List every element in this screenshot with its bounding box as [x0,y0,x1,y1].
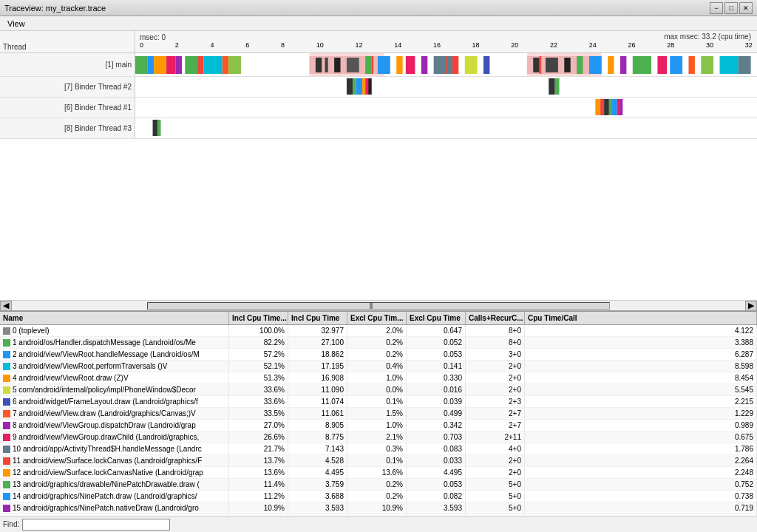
table-row[interactable]: 13 android/graphics/drawable/NinePatchDr… [0,479,757,491]
col-header-incl-cpu-pct[interactable]: Incl Cpu Time... [229,312,288,324]
cell-value: 0.330 [407,372,466,383]
thread-row-binder3: [8] Binder Thread #3 [0,118,757,139]
thread-timeline-main[interactable] [135,53,757,76]
svg-rect-10 [204,56,223,74]
table-row[interactable]: 15 android/graphics/NinePatch.nativeDraw… [0,502,757,514]
row-name-text: 7 android/view/View.draw (Landroid/graph… [13,409,196,417]
cell-value: 5.545 [525,384,757,395]
menu-view[interactable]: View [3,18,30,29]
thread-column-header: Thread [0,31,135,52]
row-color-indicator [3,505,10,512]
svg-rect-26 [483,56,489,74]
menubar: View [0,16,757,31]
maximize-button[interactable]: □ [724,2,738,14]
cell-value: 33.5% [229,408,288,419]
cell-value: 0.719 [525,502,757,514]
find-input[interactable] [22,519,170,531]
col-header-excl-cpu-pct[interactable]: Excl Cpu Tim... [347,312,407,324]
cell-value: 51.3% [229,372,288,383]
thread-name-binder3: [8] Binder Thread #3 [0,118,135,138]
svg-rect-36 [657,56,667,74]
cell-value: 0.082 [407,491,466,502]
col-header-cpu-per-call[interactable]: Cpu Time/Call [525,312,757,324]
table-row[interactable]: 12 android/view/Surface.lockCanvasNative… [0,467,757,479]
scrollbar-thumb[interactable] [370,303,373,309]
svg-rect-44 [540,56,542,74]
cell-value: 100.0% [229,325,288,336]
thread-label: Thread [3,43,27,51]
table-row[interactable]: 3 android/view/ViewRoot.performTraversal… [0,361,757,372]
table-row[interactable]: 14 android/graphics/NinePatch.draw (Land… [0,491,757,502]
col-header-name[interactable]: Name [0,312,229,324]
table-row[interactable]: 8 android/view/ViewGroup.dispatchDraw (L… [0,420,757,432]
cell-name: 9 android/view/ViewGroup.drawChild (Land… [0,432,229,443]
scroll-right-button[interactable]: ▶ [745,301,757,311]
table-body[interactable]: 0 (toplevel)100.0%32.9772.0%0.6478+04.12… [0,325,757,516]
scroll-left-button[interactable]: ◀ [0,301,12,311]
cell-value: 0.752 [525,479,757,490]
svg-rect-14 [316,58,322,72]
cell-value: 1.0% [347,372,407,383]
cell-value: 0.0% [347,384,407,395]
cell-value: 11.061 [288,408,347,419]
row-color-indicator [3,386,10,394]
cell-name: 6 android/widget/FrameLayout.draw (Landr… [0,396,229,407]
svg-rect-4 [148,56,154,74]
cell-name: 8 android/view/ViewGroup.dispatchDraw (L… [0,420,229,431]
cell-name: 4 android/view/ViewRoot.draw (Z)V [0,372,229,383]
cell-value: 8.905 [288,420,347,431]
cell-name: 0 (toplevel) [0,325,229,336]
thread-timeline-binder1[interactable] [135,98,757,117]
cell-name: 7 android/view/View.draw (Landroid/graph… [0,408,229,419]
svg-rect-57 [604,99,609,115]
table-row[interactable]: 4 android/view/ViewRoot.draw (Z)V51.3%16… [0,372,757,384]
thread-timeline-binder2[interactable] [135,77,757,97]
table-row[interactable]: 5 com/android/internal/policy/impl/Phone… [0,384,757,396]
minimize-button[interactable]: − [710,2,723,14]
close-button[interactable]: ✕ [739,2,753,14]
row-color-indicator [3,375,10,382]
svg-rect-17 [347,58,359,72]
cell-name: 10 android/app/ActivityThread$H.handleMe… [0,443,229,454]
svg-rect-40 [720,56,739,74]
table-row[interactable]: 11 android/view/Surface.lockCanvas (Land… [0,455,757,467]
col-header-incl-cpu-time[interactable]: Incl Cpu Time [288,312,347,324]
table-row[interactable]: 6 android/widget/FrameLayout.draw (Landr… [0,396,757,408]
svg-rect-41 [739,56,751,74]
svg-rect-54 [135,98,757,117]
scrollbar-track[interactable] [147,302,610,310]
cell-value: 2.0% [347,325,407,336]
cell-value: 5+0 [466,502,525,514]
svg-rect-33 [608,56,614,74]
svg-rect-9 [197,56,203,74]
thread-name-binder2: [7] Binder Thread #2 [0,77,135,97]
table-row[interactable]: 7 android/view/View.draw (Landroid/graph… [0,408,757,420]
table-row[interactable]: 2 android/view/ViewRoot.handleMessage (L… [0,349,757,361]
svg-rect-15 [325,58,328,72]
cell-value: 3+0 [466,349,525,360]
svg-rect-7 [176,56,182,74]
cell-value: 0.703 [407,432,466,443]
table-row[interactable]: 10 android/app/ActivityThread$H.handleMe… [0,443,757,455]
find-label: Find: [3,520,19,528]
svg-rect-47 [353,78,356,95]
col-header-calls[interactable]: Calls+RecurC... [466,312,525,324]
table-row[interactable]: 0 (toplevel)100.0%32.9772.0%0.6478+04.12… [0,325,757,337]
table-area: Name Incl Cpu Time... Incl Cpu Time Excl… [0,312,757,532]
col-header-excl-cpu-time[interactable]: Excl Cpu Time [407,312,466,324]
cell-value: 2.215 [525,396,757,407]
table-row[interactable]: 1 android/os/Handler.dispatchMessage (La… [0,337,757,349]
cell-value: 27.100 [288,337,347,348]
horizontal-scrollbar[interactable]: ◀ ▶ [0,300,757,310]
svg-rect-20 [396,56,402,74]
cell-value: 0.3% [347,443,407,454]
window-title: Traceview: my_tracker.trace [4,4,106,13]
cell-value: 2+0 [466,361,525,372]
cell-value: 0.2% [347,491,407,502]
row-name-text: 4 android/view/ViewRoot.draw (Z)V [13,374,129,382]
thread-timeline-binder3[interactable] [135,118,757,138]
cell-name: 14 android/graphics/NinePatch.draw (Land… [0,491,229,502]
svg-rect-34 [620,56,626,74]
svg-rect-18 [365,56,371,74]
table-row[interactable]: 9 android/view/ViewGroup.drawChild (Land… [0,432,757,443]
